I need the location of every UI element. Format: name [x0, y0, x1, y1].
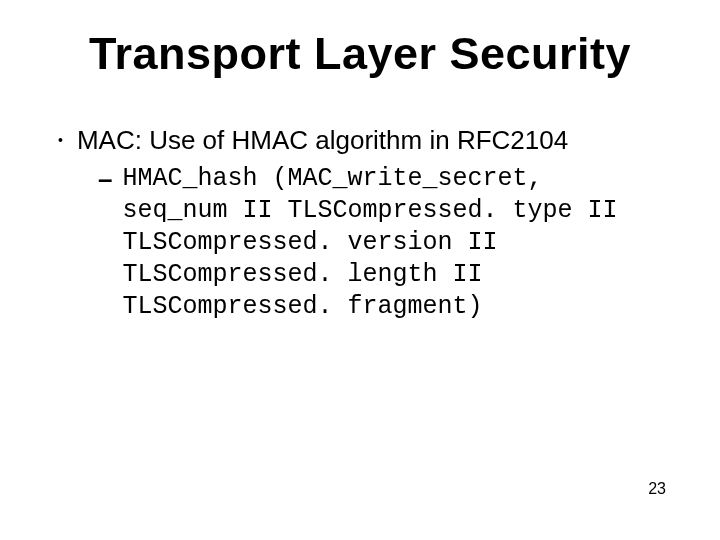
dash-icon: –	[98, 163, 112, 195]
bullet-level-2: – HMAC_hash (MAC_write_secret, seq_num I…	[98, 163, 670, 323]
page-number: 23	[648, 480, 666, 498]
bullet-dot-icon: •	[58, 127, 63, 153]
slide: Transport Layer Security • MAC: Use of H…	[0, 0, 720, 540]
slide-title: Transport Layer Security	[50, 28, 670, 80]
bullet-text: MAC: Use of HMAC algorithm in RFC2104	[77, 124, 568, 157]
code-block: HMAC_hash (MAC_write_secret, seq_num II …	[122, 163, 617, 323]
bullet-level-1: • MAC: Use of HMAC algorithm in RFC2104	[58, 124, 670, 157]
